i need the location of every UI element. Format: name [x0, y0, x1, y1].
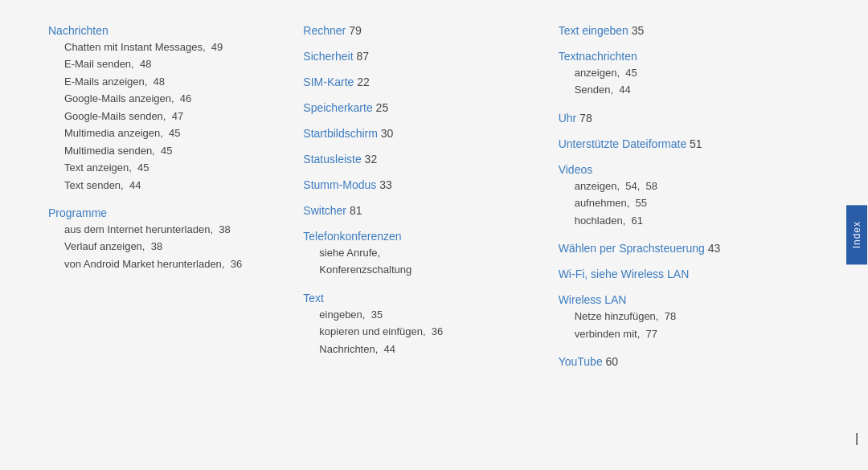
stumm-heading: Stumm-Modus 33: [303, 178, 542, 191]
section-telefonkonferenzen: Telefonkonferenzen siehe Anrufe,Konferen…: [303, 230, 542, 279]
telefonkonferenzen-items: siehe Anrufe,Konferenzschaltung: [303, 244, 542, 279]
programme-heading: Programme: [48, 206, 287, 219]
startbildschirm-heading: Startbildschirm 30: [303, 127, 542, 140]
sidebar-tab-label: Index: [851, 221, 862, 248]
section-switcher: Switcher 81: [303, 204, 542, 217]
section-sim: SIM-Karte 22: [303, 76, 542, 88]
column-2: Rechner 79 Sicherheit 87 SIM-Karte 22 Sp…: [303, 24, 558, 446]
textnachrichten-items: anzeigen, 45 Senden, 44: [559, 64, 797, 99]
section-text-eingeben: Text eingeben 35: [559, 24, 797, 37]
wifi-heading: Wi-Fi, siehe Wireless LAN: [559, 268, 797, 280]
section-wireless-lan: Wireless LAN Netze hinzufügen, 78 verbin…: [559, 293, 797, 342]
column-3: Text eingeben 35 Textnachrichten anzeige…: [559, 24, 813, 446]
section-youtube: YouTube 60: [559, 355, 797, 368]
wireless-lan-items: Netze hinzufügen, 78 verbinden mit, 77: [559, 308, 797, 342]
text-items: eingeben, 35 kopieren und einfügen, 36 N…: [303, 306, 542, 358]
switcher-heading: Switcher 81: [303, 204, 542, 217]
telefonkonferenzen-heading: Telefonkonferenzen: [303, 230, 542, 243]
nachrichten-heading: Nachrichten: [48, 24, 287, 37]
statusleiste-heading: Statusleiste 32: [303, 153, 542, 166]
textnachrichten-heading: Textnachrichten: [559, 50, 797, 63]
section-rechner: Rechner 79: [303, 24, 542, 37]
column-1: Nachrichten Chatten mit Instant Messages…: [48, 24, 303, 446]
sidebar-tab: Index: [846, 205, 867, 264]
section-dateiformate: Unterstützte Dateiformate 51: [559, 137, 797, 150]
section-speicherkarte: Speicherkarte 25: [303, 101, 542, 114]
section-videos: Videos anzeigen, 54, 58 aufnehmen, 55 ho…: [559, 163, 797, 229]
sidebar-line: |: [855, 431, 858, 446]
videos-items: anzeigen, 54, 58 aufnehmen, 55 hochladen…: [559, 178, 797, 229]
videos-heading: Videos: [559, 163, 797, 176]
section-statusleiste: Statusleiste 32: [303, 153, 542, 166]
sidebar: Index |: [845, 0, 868, 470]
section-uhr: Uhr 78: [559, 112, 797, 125]
section-startbildschirm: Startbildschirm 30: [303, 127, 542, 140]
speicherkarte-heading: Speicherkarte 25: [303, 101, 542, 114]
text-heading: Text: [303, 292, 542, 304]
text-eingeben-heading: Text eingeben 35: [559, 24, 797, 37]
section-waehlen: Wählen per Sprachsteuerung 43: [559, 242, 797, 255]
nachrichten-items: Chatten mit Instant Messages, 49 E-Mail …: [48, 39, 287, 194]
section-wifi: Wi-Fi, siehe Wireless LAN: [559, 268, 797, 280]
section-sicherheit: Sicherheit 87: [303, 50, 542, 63]
waehlen-heading: Wählen per Sprachsteuerung 43: [559, 242, 797, 255]
section-programme: Programme aus dem Internet herunterladen…: [48, 206, 287, 272]
section-textnachrichten: Textnachrichten anzeigen, 45 Senden, 44: [559, 50, 797, 99]
sim-heading: SIM-Karte 22: [303, 76, 542, 88]
section-stumm: Stumm-Modus 33: [303, 178, 542, 191]
programme-items: aus dem Internet herunterladen, 38 Verla…: [48, 221, 287, 272]
main-content: Nachrichten Chatten mit Instant Messages…: [0, 0, 845, 470]
wireless-lan-heading: Wireless LAN: [559, 293, 797, 306]
rechner-heading: Rechner 79: [303, 24, 542, 37]
dateiformate-heading: Unterstützte Dateiformate 51: [559, 137, 797, 150]
section-nachrichten: Nachrichten Chatten mit Instant Messages…: [48, 24, 287, 194]
section-text: Text eingeben, 35 kopieren und einfügen,…: [303, 292, 542, 358]
sicherheit-heading: Sicherheit 87: [303, 50, 542, 63]
uhr-heading: Uhr 78: [559, 112, 797, 125]
youtube-heading: YouTube 60: [559, 355, 797, 368]
